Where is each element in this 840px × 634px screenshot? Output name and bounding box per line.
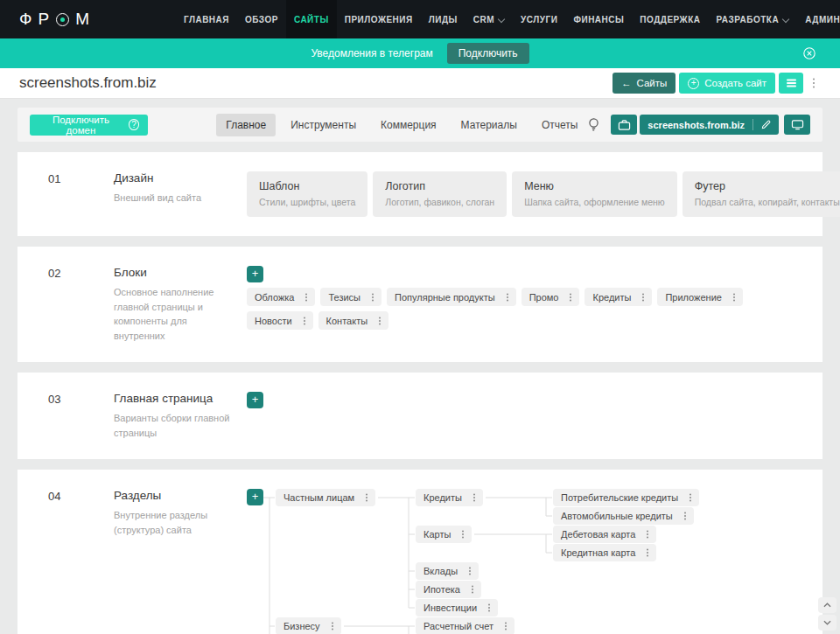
- chip-menu-button[interactable]: [647, 533, 648, 535]
- chevron-down-icon: [823, 620, 831, 625]
- tree-node-chip[interactable]: Кредитная карта: [553, 544, 656, 561]
- chip-menu-button[interactable]: [305, 296, 307, 298]
- card-title: Меню: [524, 180, 665, 192]
- tree-node-chip[interactable]: Вклады: [416, 562, 479, 580]
- chip-menu-button[interactable]: [733, 296, 735, 298]
- chevron-up-icon: [823, 603, 831, 608]
- block-chip[interactable]: Промо: [522, 288, 580, 306]
- nav-item[interactable]: САЙТЫ: [286, 0, 337, 38]
- nav-item[interactable]: ЛИДЫ: [421, 0, 466, 38]
- tab[interactable]: Коммерция: [371, 114, 446, 136]
- close-icon[interactable]: [803, 47, 816, 59]
- page-title: screenshots.from.biz: [19, 74, 157, 92]
- tree-node-label: Потребительские кредиты: [561, 492, 678, 503]
- chip-menu-button[interactable]: [473, 497, 475, 498]
- tab[interactable]: Материалы: [452, 114, 527, 136]
- tree-node-chip[interactable]: Кредиты: [416, 489, 483, 506]
- lightbulb-icon[interactable]: [587, 117, 600, 132]
- tree-node-label: Вклады: [424, 566, 458, 576]
- nav-item[interactable]: ПОДДЕРЖКА: [632, 0, 708, 38]
- tree-node-chip[interactable]: Потребительские кредиты: [553, 489, 699, 506]
- nav-item-label: УСЛУГИ: [521, 15, 557, 24]
- chip-menu-button[interactable]: [379, 320, 381, 322]
- tree-node-chip[interactable]: Инвестиции: [416, 599, 498, 617]
- tree-node-label: Карты: [424, 529, 451, 540]
- chip-menu-button[interactable]: [472, 589, 473, 590]
- create-site-button[interactable]: + Создать сайт: [679, 73, 775, 94]
- site-domain-badge[interactable]: screenshots.from.biz: [640, 115, 779, 135]
- tree-node-chip[interactable]: Карты: [416, 526, 472, 543]
- nav-item[interactable]: РАЗРАБОТКА: [708, 0, 797, 38]
- chevron-down-icon: [783, 15, 789, 21]
- chip-menu-button[interactable]: [507, 296, 508, 298]
- notification-text: Уведомления в телеграм: [311, 47, 432, 59]
- chip-label: Контакты: [326, 316, 368, 326]
- chip-menu-button[interactable]: [462, 533, 464, 535]
- nav-item[interactable]: УСЛУГИ: [513, 0, 565, 38]
- chip-menu-button[interactable]: [505, 625, 507, 627]
- block-chip[interactable]: Приложение: [657, 288, 743, 306]
- nav-item[interactable]: АДМИНИСТРИРОВАНИЕ: [797, 0, 840, 38]
- chip-menu-button[interactable]: [647, 552, 648, 554]
- kebab-icon: [332, 625, 333, 627]
- design-card[interactable]: ШаблонСтили, шрифты, цвета: [247, 171, 368, 217]
- publish-button[interactable]: [611, 115, 637, 135]
- chip-menu-button[interactable]: [570, 296, 571, 298]
- hamburger-icon: [787, 82, 796, 84]
- section-blocks: 02 Блоки Основное наполнение главной стр…: [18, 247, 822, 362]
- add-section-button[interactable]: +: [247, 489, 263, 505]
- card-title: Футер: [695, 180, 840, 192]
- add-block-button[interactable]: +: [247, 266, 263, 282]
- design-card[interactable]: ЛоготипЛоготип, фавикон, слоган: [373, 171, 507, 217]
- nav-item[interactable]: ПРИЛОЖЕНИЯ: [337, 0, 421, 38]
- add-homepage-variant-button[interactable]: +: [247, 392, 263, 408]
- logo-o-icon: [56, 13, 69, 26]
- back-to-sites-button[interactable]: ← Сайты: [612, 73, 676, 94]
- block-chip[interactable]: Популярные продукты: [387, 288, 516, 306]
- tree-node-chip[interactable]: Бизнесу: [276, 617, 341, 634]
- block-chip[interactable]: Тезисы: [320, 288, 382, 306]
- nav-item[interactable]: ФИНАНСЫ: [565, 0, 632, 38]
- preview-button[interactable]: [784, 115, 810, 135]
- chip-menu-button[interactable]: [469, 570, 471, 572]
- chip-menu-button[interactable]: [642, 296, 644, 298]
- chip-menu-button[interactable]: [684, 515, 686, 517]
- tree-node-label: Кредиты: [424, 492, 462, 503]
- nav-item[interactable]: ГЛАВНАЯ: [176, 0, 237, 38]
- tab[interactable]: Главное: [216, 114, 276, 136]
- kebab-icon: [469, 570, 471, 572]
- design-card[interactable]: МенюШапка сайта, оформление меню: [512, 171, 677, 217]
- pencil-icon[interactable]: [761, 120, 771, 129]
- section-number: 02: [48, 266, 114, 280]
- chip-menu-button[interactable]: [372, 296, 374, 298]
- tree-node-chip[interactable]: Частным лицам: [276, 489, 375, 506]
- design-card[interactable]: ФутерПодвал сайта, копирайт, контакты: [682, 171, 840, 217]
- block-chip[interactable]: Обложка: [247, 288, 315, 306]
- brand-logo[interactable]: ФРМ: [19, 10, 95, 29]
- chip-label: Тезисы: [328, 292, 360, 303]
- chip-menu-button[interactable]: [332, 625, 333, 627]
- chip-menu-button[interactable]: [304, 320, 305, 322]
- kebab-icon: [366, 497, 368, 498]
- list-menu-button[interactable]: [779, 73, 803, 94]
- tree-node-chip[interactable]: Ипотека: [416, 581, 481, 598]
- block-chip[interactable]: Контакты: [318, 311, 389, 330]
- more-options-button[interactable]: [807, 73, 821, 94]
- connect-domain-button[interactable]: Подключить домен ?: [30, 115, 148, 136]
- telegram-connect-button[interactable]: Подключить: [447, 43, 529, 64]
- scroll-up-button[interactable]: [818, 597, 836, 613]
- block-chip[interactable]: Кредиты: [584, 288, 652, 306]
- block-chip[interactable]: Новости: [247, 311, 313, 330]
- tree-node-chip[interactable]: Автомобильные кредиты: [553, 507, 694, 525]
- chip-menu-button[interactable]: [488, 607, 490, 609]
- scroll-down-button[interactable]: [818, 615, 836, 631]
- nav-item[interactable]: CRM: [466, 0, 513, 38]
- chip-menu-button[interactable]: [690, 497, 691, 498]
- tree-node-chip[interactable]: Расчетный счет: [416, 617, 514, 634]
- tab[interactable]: Инструменты: [281, 114, 366, 136]
- tree-node-chip[interactable]: Дебетовая карта: [553, 526, 656, 543]
- nav-item[interactable]: ОБЗОР: [237, 0, 286, 38]
- tab[interactable]: Отчеты: [532, 114, 587, 136]
- chip-menu-button[interactable]: [366, 497, 368, 498]
- card-subtitle: Шапка сайта, оформление меню: [524, 197, 665, 207]
